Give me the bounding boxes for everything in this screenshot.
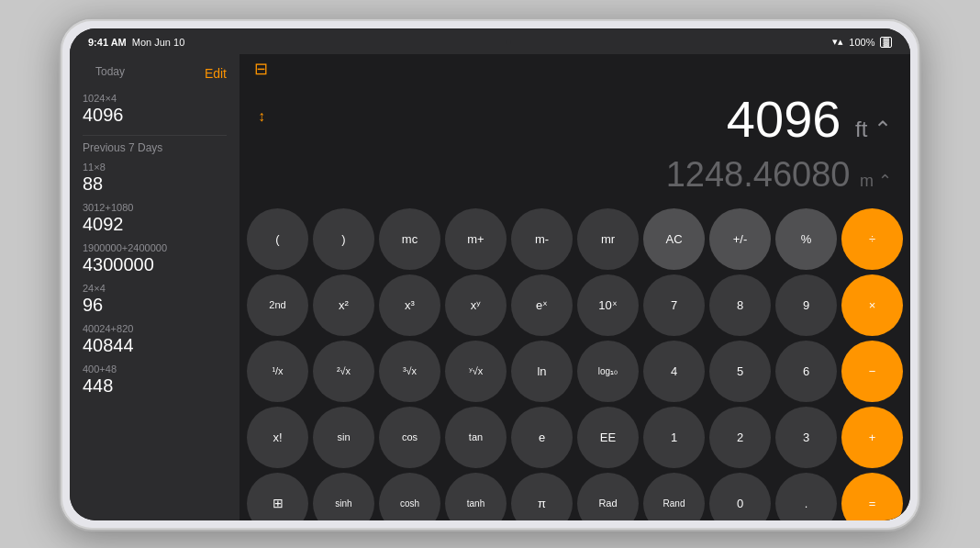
secondary-unit: m ⌃ bbox=[860, 172, 892, 190]
battery-percent: 100% bbox=[849, 37, 874, 48]
history-expression: 1024×4 bbox=[83, 93, 227, 104]
cos-button[interactable]: cos bbox=[379, 407, 440, 468]
divide-button[interactable]: ÷ bbox=[841, 208, 903, 270]
history-expression: 11×8 bbox=[83, 162, 227, 173]
history-result: 4096 bbox=[83, 104, 227, 126]
factorial-button[interactable]: x! bbox=[247, 407, 308, 468]
10-to-x-button[interactable]: 10ˣ bbox=[577, 274, 639, 336]
decimal-button[interactable]: . bbox=[775, 473, 837, 520]
paren-open-button[interactable]: ( bbox=[247, 208, 308, 270]
status-bar: 9:41 AM Mon Jun 10 ▾▴ 100% ▓ bbox=[70, 28, 910, 54]
display-area: 4096 ft ⌃ ↕ bbox=[239, 84, 910, 151]
x-squared-button[interactable]: x² bbox=[313, 274, 374, 336]
history-result: 40844 bbox=[83, 334, 227, 356]
1-button[interactable]: 1 bbox=[643, 407, 705, 468]
e-button[interactable]: e bbox=[511, 407, 573, 468]
cosh-button[interactable]: cosh bbox=[379, 473, 440, 520]
5-button[interactable]: 5 bbox=[709, 341, 771, 402]
plus-minus-button[interactable]: +/- bbox=[709, 208, 771, 270]
convert-arrow-icon[interactable]: ↕ bbox=[258, 108, 265, 125]
ac-button[interactable]: AC bbox=[643, 208, 705, 270]
status-right: ▾▴ 100% ▓ bbox=[832, 36, 892, 48]
sqrt2-button[interactable]: ²√x bbox=[313, 341, 374, 402]
status-time: 9:41 AM bbox=[88, 37, 127, 48]
battery-icon: ▓ bbox=[880, 37, 892, 48]
calculator-area: ⊟ 4096 ft ⌃ ↕ 1248.46080 m ⌃ bbox=[239, 54, 910, 520]
history-expression: 3012+1080 bbox=[83, 202, 227, 213]
today-label: Today bbox=[83, 65, 138, 82]
x-to-y-button[interactable]: xʸ bbox=[445, 274, 507, 336]
list-item[interactable]: 3012+1080 4092 bbox=[70, 198, 239, 239]
main-value: 4096 bbox=[727, 90, 841, 148]
mr-button[interactable]: mr bbox=[577, 208, 639, 270]
history-result: 4300000 bbox=[83, 253, 227, 275]
buttons-grid: ( ) mc m+ m- mr AC +/- % ÷ 2nd x² x³ xʸ … bbox=[239, 204, 910, 520]
4-button[interactable]: 4 bbox=[643, 341, 705, 402]
history-divider bbox=[83, 135, 227, 136]
sqrty-button[interactable]: ʸ√x bbox=[445, 341, 507, 402]
x-cubed-button[interactable]: x³ bbox=[379, 274, 440, 336]
history-result: 88 bbox=[83, 173, 227, 195]
secondary-display: 1248.46080 m ⌃ bbox=[239, 151, 910, 204]
ln-button[interactable]: ln bbox=[511, 341, 573, 402]
m-plus-button[interactable]: m+ bbox=[445, 208, 507, 270]
history-panel: Today Edit 1024×4 4096 Previous 7 Days 1… bbox=[70, 54, 239, 520]
sin-button[interactable]: sin bbox=[313, 407, 374, 468]
0-button[interactable]: 0 bbox=[709, 473, 771, 520]
history-expression: 400+48 bbox=[83, 363, 227, 375]
ipad-screen: 9:41 AM Mon Jun 10 ▾▴ 100% ▓ Today Edit … bbox=[70, 28, 910, 520]
reciprocal-button[interactable]: ¹/x bbox=[247, 341, 308, 402]
3-button[interactable]: 3 bbox=[775, 407, 837, 468]
unit-converter-button[interactable]: ⊞ bbox=[247, 473, 308, 520]
rand-button[interactable]: Rand bbox=[643, 473, 705, 520]
ee-button[interactable]: EE bbox=[577, 407, 639, 468]
main-display: 4096 ft ⌃ bbox=[258, 91, 892, 148]
8-button[interactable]: 8 bbox=[709, 274, 771, 336]
9-button[interactable]: 9 bbox=[775, 274, 837, 336]
secondary-value: 1248.46080 bbox=[666, 155, 851, 194]
list-item[interactable]: 40024+820 40844 bbox=[70, 319, 239, 360]
history-expression: 24×4 bbox=[83, 283, 227, 294]
list-item[interactable]: 1024×4 4096 bbox=[70, 89, 239, 129]
2-button[interactable]: 2 bbox=[709, 407, 771, 468]
list-item[interactable]: 1900000+2400000 4300000 bbox=[70, 239, 239, 279]
sinh-button[interactable]: sinh bbox=[313, 473, 374, 520]
rad-button[interactable]: Rad bbox=[577, 473, 639, 520]
history-result: 4092 bbox=[83, 213, 227, 235]
top-toolbar: ⊟ bbox=[239, 54, 910, 84]
list-item[interactable]: 400+48 448 bbox=[70, 360, 239, 400]
camera-dot bbox=[506, 39, 511, 45]
e-to-x-button[interactable]: eˣ bbox=[511, 274, 573, 336]
ipad-frame: 9:41 AM Mon Jun 10 ▾▴ 100% ▓ Today Edit … bbox=[59, 17, 921, 531]
prev7-label: Previous 7 Days bbox=[70, 141, 239, 158]
history-expression: 1900000+2400000 bbox=[83, 242, 227, 253]
equals-button[interactable]: = bbox=[841, 473, 903, 520]
history-result: 448 bbox=[83, 375, 227, 397]
7-button[interactable]: 7 bbox=[643, 274, 705, 336]
main-unit: ft ⌃ bbox=[855, 117, 892, 141]
tanh-button[interactable]: tanh bbox=[445, 473, 507, 520]
sidebar-toggle-icon[interactable]: ⊟ bbox=[254, 59, 268, 79]
history-header: Today Edit bbox=[70, 62, 239, 89]
mc-button[interactable]: mc bbox=[379, 208, 440, 270]
wifi-icon: ▾▴ bbox=[832, 36, 843, 48]
log10-button[interactable]: log₁₀ bbox=[577, 341, 639, 402]
6-button[interactable]: 6 bbox=[775, 341, 837, 402]
main-content: Today Edit 1024×4 4096 Previous 7 Days 1… bbox=[70, 54, 910, 520]
pi-button[interactable]: π bbox=[511, 473, 573, 520]
multiply-button[interactable]: × bbox=[841, 274, 903, 336]
list-item[interactable]: 11×8 88 bbox=[70, 158, 239, 198]
plus-button[interactable]: + bbox=[841, 407, 903, 468]
minus-button[interactable]: − bbox=[841, 341, 903, 402]
percent-button[interactable]: % bbox=[775, 208, 837, 270]
paren-close-button[interactable]: ) bbox=[313, 208, 374, 270]
tan-button[interactable]: tan bbox=[445, 407, 507, 468]
list-item[interactable]: 24×4 96 bbox=[70, 279, 239, 319]
m-minus-button[interactable]: m- bbox=[511, 208, 573, 270]
history-result: 96 bbox=[83, 294, 227, 316]
status-date: Mon Jun 10 bbox=[132, 37, 184, 48]
2nd-button[interactable]: 2nd bbox=[247, 274, 308, 336]
history-expression: 40024+820 bbox=[83, 323, 227, 334]
edit-button[interactable]: Edit bbox=[205, 66, 227, 81]
sqrt3-button[interactable]: ³√x bbox=[379, 341, 440, 402]
